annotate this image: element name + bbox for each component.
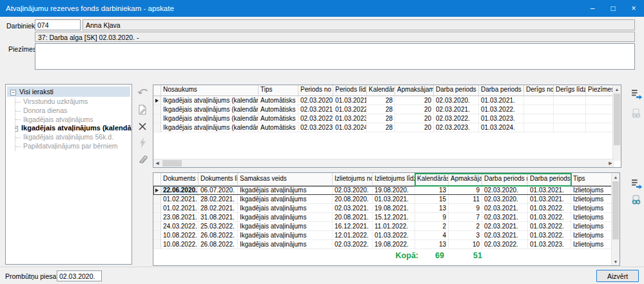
tree-item[interactable]: Ikgadējais atvaļinājums 56k.d. xyxy=(15,133,132,142)
notes-textarea[interactable] xyxy=(35,43,635,70)
table-row[interactable]: 22.06.2020.06.07.2020.Ikgadējais atvaļin… xyxy=(153,186,613,195)
table-cell: Automātisks xyxy=(259,114,298,123)
scroll-left-icon[interactable]: ◀ xyxy=(153,159,161,167)
column-header[interactable]: Dokuments līdz xyxy=(199,173,238,186)
close-dialog-button[interactable]: Aizvērt xyxy=(596,270,639,282)
tree-item-selected[interactable]: Ikgadējais atvaļinājums (kalendārās d.) xyxy=(15,124,132,133)
column-header[interactable]: Apmaksāja... xyxy=(449,173,482,186)
table-cell: 12.01.2022. xyxy=(333,231,373,240)
table-row[interactable]: 10.08.2022.26.08.2022.Ikgadējais atvaļin… xyxy=(153,240,613,249)
usage-column-chooser-button[interactable] xyxy=(630,177,643,190)
table-row[interactable]: Ikgadējais atvaļinājums (kalendārās d.)A… xyxy=(153,123,614,132)
column-header[interactable]: Darba periods no xyxy=(482,173,528,186)
table-cell: 01.03.2021. xyxy=(528,186,571,195)
tree-item[interactable]: Papildatvaļinājums par bērniem xyxy=(15,142,132,151)
table-row[interactable]: Ikgadējais atvaļinājums (kalendārās d.)A… xyxy=(153,105,614,114)
table-cell: Automātisks xyxy=(259,96,298,105)
column-header[interactable]: Derīgs līdz xyxy=(554,85,586,96)
table-cell: 01.03.2023. xyxy=(479,114,524,123)
scroll-up-icon[interactable]: ▲ xyxy=(612,173,620,181)
column-header[interactable]: Periods līdz xyxy=(333,85,367,96)
tree-item-label: Ikgadējais atvaļinājums xyxy=(23,116,93,123)
absence-date-input[interactable] xyxy=(57,270,102,281)
table-cell: 02.03.2022. xyxy=(482,240,528,249)
column-header[interactable]: Tips xyxy=(259,85,298,96)
tree-connector xyxy=(15,111,21,112)
table-row[interactable]: 24.03.2022.25.03.2022.Ikgadējais atvaļin… xyxy=(153,222,613,231)
column-header[interactable]: Piezīmes xyxy=(586,85,614,96)
scroll-down-icon[interactable]: ▼ xyxy=(612,258,620,265)
table-row[interactable]: Ikgadējais atvaļinājums (kalendārās d.)A… xyxy=(153,114,614,123)
edit-record-button[interactable] xyxy=(136,103,149,116)
table-cell xyxy=(524,114,554,123)
tree-item-all-records[interactable]: Visi ieraksti xyxy=(7,86,130,97)
tree-item[interactable]: Donora dienas xyxy=(15,107,132,116)
scroll-up-icon[interactable]: ▲ xyxy=(613,85,621,93)
table-row[interactable]: 01.02.2021.28.02.2021.Ikgadējais atvaļin… xyxy=(153,195,613,204)
collapse-icon[interactable] xyxy=(10,90,16,96)
expand-icon[interactable] xyxy=(15,126,18,132)
periods-column-chooser-button[interactable] xyxy=(630,87,643,100)
employee-code-input[interactable] xyxy=(35,19,81,30)
table-cell: Ikgadējais atvaļinājums xyxy=(238,231,333,240)
column-header[interactable]: Samaksas veids xyxy=(238,173,333,186)
usage-table-panel: Dokuments noDokuments līdzSamaksas veids… xyxy=(153,172,620,266)
table-cell: 02.03.2020. xyxy=(434,96,479,105)
column-header[interactable]: Nosaukums xyxy=(161,85,259,96)
tree-item[interactable]: Ikgadējais atvaļinājums xyxy=(15,116,132,125)
table-cell xyxy=(554,114,586,123)
table-cell: Ikgadējais atvaļinājums (kalendārās d.) xyxy=(161,123,259,132)
table-cell: 01.03.2022. xyxy=(528,231,571,240)
vertical-scrollbar[interactable]: ▲ ▼ xyxy=(611,173,620,265)
table-row[interactable]: 01.02.2021.28.02.2021.Ikgadējais atvaļin… xyxy=(153,204,613,213)
table-cell: 16.12.2021. xyxy=(333,222,373,231)
table-cell: 01.03.2023. xyxy=(333,114,367,123)
column-header[interactable]: Dokuments no xyxy=(161,173,199,186)
column-header[interactable]: Darba periods līdz xyxy=(479,85,524,96)
scrollbar-thumb[interactable] xyxy=(614,94,620,145)
table-row[interactable]: 23.08.2021.31.08.2021.Ikgadējais atvaļin… xyxy=(153,213,613,222)
column-header[interactable]: Tips xyxy=(571,173,613,186)
table-cell: 28 xyxy=(367,96,395,105)
document-glasses-icon xyxy=(631,195,641,205)
table-cell: 10.08.2022. xyxy=(161,231,199,240)
scroll-right-icon[interactable]: ▶ xyxy=(607,159,614,167)
totals-apmaksajamas: 51 xyxy=(444,251,482,260)
vertical-scrollbar[interactable]: ▲ xyxy=(612,85,621,161)
table-row[interactable]: Ikgadējais atvaļinājums (kalendārās d.)A… xyxy=(153,96,614,105)
table-row[interactable]: 10.08.2022.26.08.2022.Ikgadējais atvaļin… xyxy=(153,231,613,240)
tree-item[interactable]: Virsstundu uzkrājums xyxy=(15,97,132,107)
table-cell xyxy=(554,96,586,105)
column-header[interactable]: Izlietojums no xyxy=(333,173,373,186)
table-cell: 13 xyxy=(415,186,449,195)
attachments-button[interactable] xyxy=(136,152,149,165)
table-cell: Izlietojums xyxy=(571,204,613,213)
view-record-button[interactable] xyxy=(136,86,149,99)
table-cell: 01.03.2022. xyxy=(528,204,571,213)
periods-preview-button[interactable] xyxy=(630,107,643,120)
recalculate-button[interactable] xyxy=(136,136,149,149)
close-icon[interactable]: × xyxy=(623,0,644,17)
scrollbar-thumb[interactable] xyxy=(162,160,182,167)
table-cell: 28 xyxy=(367,114,395,123)
table-cell: 02.03.2023. xyxy=(298,123,333,132)
table-cell: 20 xyxy=(395,114,434,123)
table-cell: 02.03.2021. xyxy=(482,222,528,231)
column-header[interactable]: Periods no xyxy=(298,85,333,96)
scrollbar-thumb[interactable] xyxy=(612,181,619,239)
table-cell: 3 xyxy=(449,231,482,240)
column-header[interactable]: Derīgs no xyxy=(524,85,554,96)
horizontal-scrollbar[interactable]: ◀ ▶ xyxy=(153,159,614,167)
column-header[interactable]: Kalendārās xyxy=(367,85,395,96)
column-header[interactable]: Izlietojums līdz xyxy=(373,173,415,186)
minimize-button[interactable]: – xyxy=(582,0,603,17)
delete-record-button[interactable] xyxy=(136,120,149,133)
column-header[interactable]: Darba periods līdz xyxy=(528,173,571,186)
column-header[interactable]: Kalendārās xyxy=(415,173,449,186)
column-header[interactable]: Apmaksājamās xyxy=(395,85,434,96)
table-cell: 02.03.2020. xyxy=(482,186,528,195)
usage-preview-button[interactable] xyxy=(630,194,643,207)
table-cell: 02.03.2021. xyxy=(482,204,528,213)
maximize-button[interactable]: □ xyxy=(603,0,623,17)
column-header[interactable]: Darba periods no xyxy=(434,85,479,96)
